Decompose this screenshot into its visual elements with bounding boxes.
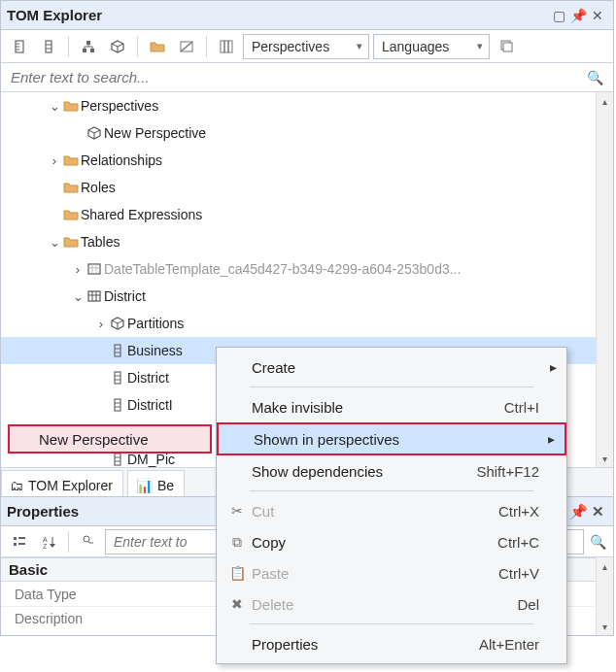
ctx-copy[interactable]: ⧉ Copy Ctrl+C	[217, 526, 566, 557]
tree-node-partitions[interactable]: › Partitions	[1, 310, 596, 337]
column-icon	[108, 452, 127, 467]
chevron-right-icon: ▸	[537, 431, 555, 447]
folder-icon	[61, 207, 81, 222]
window-options-icon[interactable]: ▢	[549, 8, 568, 23]
pin-icon[interactable]: 📌	[568, 8, 588, 23]
folder-icon	[61, 180, 81, 195]
chevron-down-icon[interactable]: ⌄	[71, 289, 85, 304]
folder-open-icon	[61, 234, 81, 250]
tree-node-new-perspective[interactable]: New Perspective	[1, 119, 596, 147]
folder-open-icon	[61, 98, 81, 114]
svg-marker-61	[50, 544, 55, 548]
svg-rect-30	[88, 264, 100, 274]
svg-rect-48	[115, 399, 120, 411]
toolbar-columns-icon[interactable]	[214, 34, 239, 59]
alphabetical-icon[interactable]: AZ	[36, 529, 61, 554]
svg-rect-22	[224, 41, 228, 52]
ctx-properties[interactable]: Properties Alt+Enter	[217, 628, 566, 659]
tree-node-shared-expressions[interactable]: Shared Expressions	[1, 201, 596, 228]
svg-line-39	[112, 320, 118, 323]
svg-line-20	[181, 42, 192, 51]
ctx-delete: ✖ Delete Del	[217, 588, 566, 620]
copy-icon: ⧉	[222, 534, 252, 551]
column-icon	[108, 397, 127, 413]
chevron-down-icon[interactable]: ⌄	[48, 235, 61, 250]
tom-explorer-toolbar: Perspectives Languages	[1, 30, 613, 63]
column-icon	[108, 370, 127, 386]
toolbar-hierarchy-icon[interactable]	[76, 34, 101, 59]
ctx-shown-in-perspectives[interactable]: Shown in perspectives ▸	[217, 422, 566, 455]
toolbar-column-icon[interactable]	[36, 34, 61, 59]
svg-rect-4	[46, 41, 51, 52]
delete-icon: ✖	[222, 596, 252, 612]
cube-icon	[85, 125, 104, 141]
toolbar-folder-icon[interactable]	[145, 34, 170, 59]
tab-tom-explorer[interactable]: 🗂 TOM Explorer	[1, 470, 123, 496]
close-icon[interactable]: ✕	[588, 8, 607, 23]
toolbar-hidden-icon[interactable]	[174, 34, 199, 59]
svg-rect-51	[115, 454, 120, 465]
svg-rect-55	[14, 543, 17, 546]
ctx-show-dependencies[interactable]: Show dependencies Shift+F12	[217, 455, 566, 487]
tree-scrollbar[interactable]: ▴ ▾	[596, 92, 613, 467]
svg-rect-54	[14, 537, 17, 540]
ctx-make-invisible[interactable]: Make invisible Ctrl+I	[217, 391, 566, 422]
close-icon[interactable]: ✕	[588, 503, 607, 521]
categorized-icon[interactable]	[7, 529, 32, 554]
search-icon[interactable]: 🔍	[588, 534, 607, 550]
svg-rect-25	[503, 43, 512, 51]
perspectives-dropdown[interactable]: Perspectives	[243, 34, 369, 59]
toolbar-partition-icon[interactable]	[105, 34, 130, 59]
svg-rect-23	[228, 41, 232, 52]
tab-be-icon: 📊	[136, 478, 153, 493]
tom-explorer-search-input[interactable]	[9, 68, 605, 86]
tab-tree-icon: 🗂	[10, 478, 23, 493]
svg-line-40	[118, 320, 123, 323]
svg-line-17	[118, 44, 123, 47]
svg-text:Z: Z	[43, 543, 48, 550]
tree-node-relationships[interactable]: › Relationships	[1, 147, 596, 174]
search-icon[interactable]: 🔍	[587, 70, 603, 85]
chevron-right-icon: ▸	[539, 359, 557, 375]
table-icon	[85, 261, 104, 277]
tree-node-tables[interactable]: ⌄ Tables	[1, 228, 596, 255]
svg-line-27	[88, 130, 94, 133]
tree-node-perspectives[interactable]: ⌄ Perspectives	[1, 92, 596, 119]
ctx-separator	[250, 386, 533, 387]
pin-icon[interactable]: 📌	[568, 503, 588, 521]
chevron-right-icon[interactable]: ›	[94, 317, 108, 331]
ctx-cut: ✂ Cut Ctrl+X	[217, 495, 566, 526]
svg-rect-45	[115, 372, 120, 384]
chevron-right-icon[interactable]: ›	[48, 153, 61, 168]
svg-rect-7	[86, 41, 90, 45]
properties-title: Properties	[7, 503, 79, 520]
svg-line-28	[94, 130, 100, 133]
scroll-down-icon[interactable]: ▾	[597, 450, 613, 467]
toolbar-windows-icon[interactable]	[494, 34, 519, 59]
tree-node-district[interactable]: ⌄ District	[1, 283, 596, 310]
svg-rect-42	[115, 345, 120, 356]
tree-node-roles[interactable]: Roles	[1, 174, 596, 201]
chevron-down-icon[interactable]: ⌄	[48, 99, 61, 114]
languages-dropdown[interactable]: Languages	[373, 34, 490, 59]
tom-explorer-titlebar: TOM Explorer ▢ 📌 ✕	[1, 1, 613, 30]
annotation-new-perspective: New Perspective	[8, 424, 212, 454]
properties-scrollbar[interactable]: ▴ ▾	[596, 557, 613, 635]
svg-text:A: A	[43, 536, 48, 543]
flag-icon[interactable]	[76, 529, 101, 554]
tom-explorer-searchbar: 🔍	[1, 63, 613, 92]
ctx-separator	[250, 490, 533, 491]
paste-icon: 📋	[222, 565, 252, 581]
svg-rect-8	[83, 49, 86, 52]
scroll-up-icon[interactable]: ▴	[597, 557, 613, 575]
tree-node-date-template[interactable]: › DateTableTemplate_ca45d427-b349-4299-a…	[1, 255, 596, 283]
column-icon	[108, 343, 127, 358]
scroll-up-icon[interactable]: ▴	[597, 92, 613, 110]
ctx-create[interactable]: Create ▸	[217, 352, 566, 383]
chevron-right-icon[interactable]: ›	[71, 262, 85, 277]
toolbar-measure-icon[interactable]	[7, 34, 32, 59]
scroll-down-icon[interactable]: ▾	[597, 618, 613, 635]
cut-icon: ✂	[222, 503, 252, 519]
svg-rect-21	[221, 41, 224, 52]
tab-be[interactable]: 📊 Be	[127, 470, 185, 496]
